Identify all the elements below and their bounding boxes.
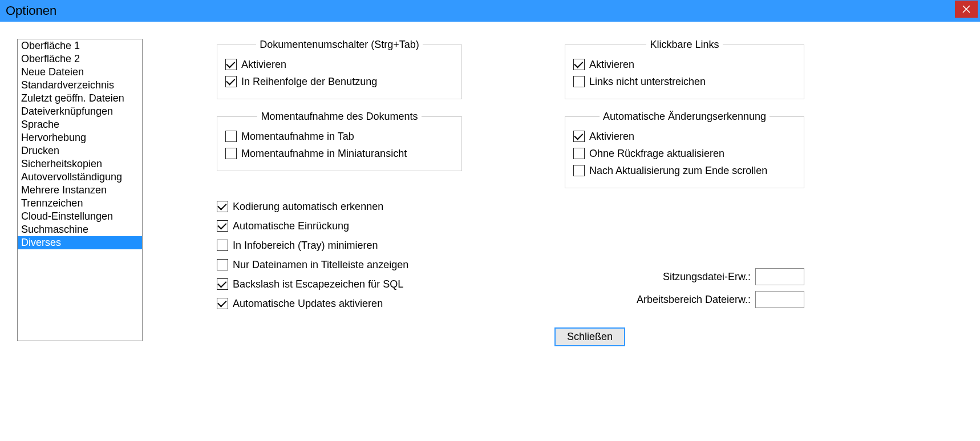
listbox-item[interactable]: Oberfläche 1 [18, 39, 142, 52]
titlebar: Optionen [0, 0, 980, 22]
standalone-label[interactable]: In Infobereich (Tray) minimieren [233, 238, 378, 252]
auto-change-checkbox[interactable] [573, 165, 585, 176]
session-ext-label: Sitzungsdatei-Erw.: [663, 271, 751, 283]
listbox-item[interactable]: Mehrere Instanzen [18, 184, 142, 197]
standalone-row: Automatische Einrückung [217, 219, 462, 233]
auto-change-label[interactable]: Aktivieren [589, 130, 634, 143]
group-snapshot: Momentaufnahme des Dokuments Momentaufna… [217, 111, 462, 171]
clickable-links-label[interactable]: Links nicht unterstreichen [589, 75, 706, 88]
group-clickable-links-legend: Klickbare Links [646, 39, 722, 51]
window-title: Optionen [6, 3, 56, 18]
listbox-item[interactable]: Dateiverknüpfungen [18, 105, 142, 118]
clickable-links-label[interactable]: Aktivieren [589, 58, 634, 71]
standalone-checkbox[interactable] [217, 220, 228, 232]
category-listbox[interactable]: Oberfläche 1Oberfläche 2Neue DateienStan… [17, 39, 143, 341]
listbox-item[interactable]: Cloud-Einstellungen [18, 210, 142, 223]
auto-change-label[interactable]: Ohne Rückfrage aktualisieren [589, 147, 724, 160]
standalone-checks: Kodierung automatisch erkennenAutomatisc… [217, 194, 462, 316]
listbox-item[interactable]: Oberfläche 2 [18, 52, 142, 66]
doc-switcher-label[interactable]: In Reihenfolge der Benutzung [241, 75, 377, 88]
snapshot-row: Momentaufnahme in Tab [225, 130, 453, 143]
workspace-ext-row: Arbeitsbereich Dateierw.: [565, 291, 804, 308]
workspace-ext-input[interactable] [755, 291, 804, 308]
listbox-item[interactable]: Zuletzt geöffn. Dateien [18, 92, 142, 105]
group-doc-switcher: Dokumentenumschalter (Strg+Tab) Aktivier… [217, 39, 462, 99]
doc-switcher-row: Aktivieren [225, 58, 453, 71]
close-dialog-button[interactable]: Schließen [554, 327, 625, 346]
doc-switcher-checkbox[interactable] [225, 59, 237, 70]
group-clickable-links: Klickbare Links AktivierenLinks nicht un… [565, 39, 804, 99]
snapshot-label[interactable]: Momentaufnahme in Tab [241, 130, 354, 143]
standalone-label[interactable]: Automatische Updates aktivieren [233, 297, 383, 310]
listbox-item[interactable]: Trennzeichen [18, 197, 142, 210]
group-auto-change-legend: Automatische Änderungserkennung [600, 111, 770, 123]
button-row: Schließen [217, 327, 963, 346]
workspace-ext-label: Arbeitsbereich Dateierw.: [637, 294, 751, 306]
listbox-item[interactable]: Sprache [18, 118, 142, 131]
listbox-item[interactable]: Standardverzeichnis [18, 79, 142, 92]
session-ext-input[interactable] [755, 268, 804, 285]
clickable-links-row: Links nicht unterstreichen [573, 75, 796, 88]
snapshot-checkbox[interactable] [225, 131, 237, 142]
standalone-checkbox[interactable] [217, 259, 228, 270]
close-button[interactable] [955, 1, 978, 18]
listbox-item[interactable]: Autovervollständigung [18, 171, 142, 184]
listbox-item[interactable]: Suchmaschine [18, 223, 142, 236]
snapshot-checkbox[interactable] [225, 148, 237, 159]
listbox-item[interactable]: Neue Dateien [18, 66, 142, 79]
doc-switcher-row: In Reihenfolge der Benutzung [225, 75, 453, 88]
auto-change-checkbox[interactable] [573, 131, 585, 142]
standalone-row: Nur Dateinamen in Titelleiste anzeigen [217, 258, 462, 272]
standalone-row: In Infobereich (Tray) minimieren [217, 238, 462, 252]
left-column: Dokumentenumschalter (Strg+Tab) Aktivier… [217, 39, 462, 316]
standalone-row: Automatische Updates aktivieren [217, 297, 462, 310]
extension-inputs: Sitzungsdatei-Erw.: Arbeitsbereich Datei… [565, 262, 804, 314]
standalone-checkbox[interactable] [217, 298, 228, 309]
dialog-body: Oberfläche 1Oberfläche 2Neue DateienStan… [0, 22, 980, 358]
snapshot-label[interactable]: Momentaufnahme in Miniaturansicht [241, 147, 407, 160]
standalone-label[interactable]: Backslash ist Escapezeichen für SQL [233, 277, 403, 291]
standalone-checkbox[interactable] [217, 278, 228, 290]
snapshot-row: Momentaufnahme in Miniaturansicht [225, 147, 453, 160]
session-ext-row: Sitzungsdatei-Erw.: [565, 268, 804, 285]
standalone-row: Backslash ist Escapezeichen für SQL [217, 277, 462, 291]
auto-change-label[interactable]: Nach Aktualisierung zum Ende scrollen [589, 164, 767, 177]
standalone-checkbox[interactable] [217, 201, 228, 212]
close-icon [962, 5, 970, 13]
auto-change-row: Ohne Rückfrage aktualisieren [573, 147, 796, 160]
doc-switcher-label[interactable]: Aktivieren [241, 58, 286, 71]
clickable-links-checkbox[interactable] [573, 59, 585, 70]
standalone-label[interactable]: Kodierung automatisch erkennen [233, 200, 383, 213]
clickable-links-row: Aktivieren [573, 58, 796, 71]
standalone-checkbox[interactable] [217, 240, 228, 251]
clickable-links-checkbox[interactable] [573, 76, 585, 87]
standalone-label[interactable]: Automatische Einrückung [233, 219, 349, 233]
group-auto-change: Automatische Änderungserkennung Aktivier… [565, 111, 804, 188]
doc-switcher-checkbox[interactable] [225, 76, 237, 87]
listbox-item[interactable]: Hervorhebung [18, 131, 142, 144]
standalone-label[interactable]: Nur Dateinamen in Titelleiste anzeigen [233, 258, 408, 272]
listbox-item[interactable]: Diverses [18, 236, 142, 249]
listbox-item[interactable]: Sicherheitskopien [18, 157, 142, 171]
main-area: Dokumentenumschalter (Strg+Tab) Aktivier… [217, 39, 963, 346]
group-snapshot-legend: Momentaufnahme des Dokuments [257, 111, 421, 123]
listbox-item[interactable]: Drucken [18, 144, 142, 157]
right-column: Klickbare Links AktivierenLinks nicht un… [565, 39, 804, 316]
auto-change-checkbox[interactable] [573, 148, 585, 159]
standalone-row: Kodierung automatisch erkennen [217, 200, 462, 213]
auto-change-row: Nach Aktualisierung zum Ende scrollen [573, 164, 796, 177]
auto-change-row: Aktivieren [573, 130, 796, 143]
group-doc-switcher-legend: Dokumentenumschalter (Strg+Tab) [256, 39, 423, 51]
